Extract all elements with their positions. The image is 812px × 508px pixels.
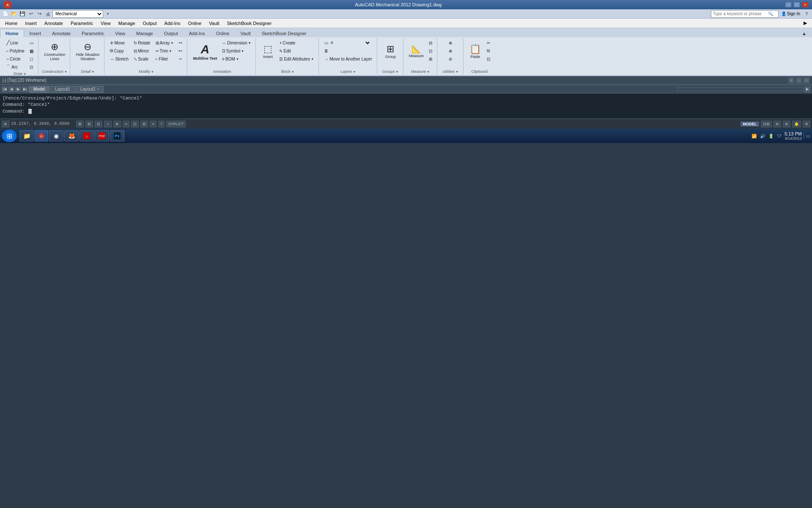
layer-dropdown[interactable]: 0 bbox=[329, 40, 371, 45]
measure-button[interactable]: 📐 Measure bbox=[407, 39, 426, 64]
line-button[interactable]: ╱ Line bbox=[4, 39, 27, 47]
tab-nav-next[interactable]: ▶ bbox=[15, 86, 21, 92]
qp-button[interactable]: ? bbox=[158, 121, 165, 127]
tab-add-ins[interactable]: Add-Ins bbox=[184, 29, 211, 37]
view-max-button[interactable]: □ bbox=[804, 77, 809, 83]
tab-online[interactable]: Online bbox=[211, 29, 235, 37]
ortho-button[interactable]: ⊟ bbox=[95, 121, 102, 127]
restore-button[interactable]: □ bbox=[793, 2, 800, 8]
hide-situation-button[interactable]: ⊖ Hide Situation Situation bbox=[74, 39, 102, 64]
detail-group-label[interactable]: Detail ▼ bbox=[81, 69, 94, 74]
tab-annotate[interactable]: Annotate bbox=[47, 29, 76, 37]
settings-button[interactable]: ⚙ bbox=[803, 121, 810, 127]
rectangle-button[interactable]: ▭ bbox=[27, 39, 36, 47]
tab-nav-last[interactable]: ▶| bbox=[22, 86, 28, 92]
tab-expand[interactable]: ▲ bbox=[796, 29, 812, 37]
tab-view[interactable]: View bbox=[110, 29, 131, 37]
new-button[interactable]: 📄 bbox=[2, 10, 9, 18]
tab-output[interactable]: Output bbox=[159, 29, 184, 37]
util1-button[interactable]: ⊕ bbox=[447, 39, 454, 47]
utilities-group-label[interactable]: Utilities ▼ bbox=[442, 69, 458, 74]
taskbar-photoshop[interactable]: Ps bbox=[110, 130, 124, 141]
print-button[interactable]: 🖨 bbox=[44, 10, 52, 18]
wipeout-button[interactable]: ⊡ bbox=[27, 63, 36, 71]
clipboard-extra-button[interactable]: ⊡ bbox=[485, 55, 492, 63]
menu-annotate[interactable]: Annotate bbox=[41, 19, 66, 28]
otrack-button[interactable]: ∞ bbox=[123, 121, 129, 127]
taskbar-music[interactable]: ♪ bbox=[80, 130, 94, 141]
array-button[interactable]: ⊞ Array ▼ bbox=[154, 39, 176, 47]
tab-insert[interactable]: Insert bbox=[24, 29, 47, 37]
tab-layout2[interactable]: Layout2 × bbox=[76, 86, 104, 93]
horizontal-scrollbar[interactable] bbox=[677, 87, 804, 91]
menu-insert[interactable]: Insert bbox=[22, 19, 40, 28]
polar-button[interactable]: ⊹ bbox=[104, 121, 112, 127]
paste-button[interactable]: 📋 Paste bbox=[467, 39, 484, 64]
tab-model[interactable]: Model bbox=[29, 86, 49, 93]
symbol-button[interactable]: Ω Symbol ▼ bbox=[220, 47, 253, 55]
open-button[interactable]: 📂 bbox=[10, 10, 18, 18]
menu-view[interactable]: View bbox=[97, 19, 114, 28]
tab-layout1[interactable]: Layout1 bbox=[50, 86, 75, 93]
tab-sketchbook[interactable]: SketchBook Designer bbox=[256, 29, 312, 37]
menu-add-ins[interactable]: Add-Ins bbox=[161, 19, 184, 28]
status-extra2[interactable]: ⊗ bbox=[783, 121, 790, 127]
layers-group-label[interactable]: Layers ▼ bbox=[340, 69, 356, 74]
menu-vault[interactable]: Vault bbox=[206, 19, 222, 28]
extend-button[interactable]: ⊸ bbox=[176, 55, 184, 63]
scale-button[interactable]: ⤡ Scale bbox=[132, 55, 152, 63]
taskbar-autocad[interactable]: A bbox=[35, 130, 48, 141]
util3-button[interactable]: ⊘ bbox=[447, 55, 454, 63]
edit-attributes-button[interactable]: ☰ Edit Attributes ▼ bbox=[277, 55, 316, 63]
coord-icon[interactable]: ⊕ bbox=[2, 121, 9, 127]
circle-button[interactable]: ○ Circle bbox=[4, 55, 27, 63]
close-button[interactable]: × bbox=[802, 2, 809, 8]
help-button[interactable]: 👤 Sign In bbox=[781, 11, 800, 16]
bom-button[interactable]: ≡ BOM ▼ bbox=[220, 55, 253, 63]
util2-button[interactable]: ⊗ bbox=[447, 47, 454, 55]
notifications-button[interactable]: 🔔 bbox=[792, 121, 801, 127]
tab-parametric[interactable]: Parametric bbox=[76, 29, 110, 37]
tab-vault[interactable]: Vault bbox=[235, 29, 256, 37]
tab-home[interactable]: Home bbox=[0, 29, 24, 37]
paper-model-toggle[interactable]: ⊟⊞ bbox=[761, 121, 772, 127]
systray-battery[interactable]: 🔋 bbox=[768, 133, 774, 139]
workspace-selector[interactable]: Mechanical bbox=[52, 10, 103, 18]
view-close-button[interactable]: × bbox=[788, 77, 794, 83]
hscroll-right[interactable]: ▶ bbox=[804, 86, 810, 92]
tab-nav-prev[interactable]: ◀ bbox=[8, 86, 14, 92]
fillet-button[interactable]: ⌐ Fillet bbox=[154, 55, 176, 63]
taskbar-chrome[interactable]: ◉ bbox=[49, 130, 63, 141]
clipboard-cut-button[interactable]: ✂ bbox=[485, 39, 492, 47]
taskbar-firefox[interactable]: 🦊 bbox=[64, 130, 79, 141]
stretch-button[interactable]: ↔ Stretch bbox=[108, 55, 131, 63]
snap-button[interactable]: ⊠ bbox=[76, 121, 84, 127]
sign-in-link[interactable]: Sign In bbox=[787, 11, 800, 16]
status-extra1[interactable]: ⊕ bbox=[774, 121, 781, 127]
create-button[interactable]: + Create bbox=[277, 39, 316, 47]
copy-button[interactable]: ⧉ Copy bbox=[108, 47, 131, 55]
hatch-button[interactable]: ▦ bbox=[27, 47, 36, 55]
arc-button[interactable]: ⌒ Arc bbox=[4, 63, 27, 71]
clipboard-copy-button[interactable]: ⧉ bbox=[485, 47, 492, 55]
measure-group-label[interactable]: Measure ▼ bbox=[411, 69, 430, 74]
minimize-button[interactable]: − bbox=[785, 2, 792, 8]
polyline-button[interactable]: ⌐ Polyline bbox=[4, 47, 27, 55]
dimension-button[interactable]: ↔ Dimension ▼ bbox=[220, 39, 253, 47]
modify-group-label[interactable]: Modify ▼ bbox=[139, 69, 154, 74]
osnap-button[interactable]: ⊕ bbox=[113, 121, 121, 127]
construction-lines-button[interactable]: ⊕ Construction Lines bbox=[42, 39, 68, 64]
systray-volume[interactable]: 🔊 bbox=[759, 133, 766, 139]
measure-extra1[interactable]: ⊟ bbox=[427, 39, 434, 47]
search-box[interactable]: 🔍 bbox=[711, 10, 779, 18]
groups-group-label[interactable]: Groups ▼ bbox=[382, 69, 398, 74]
undo-button[interactable]: ↩ bbox=[27, 10, 35, 18]
search-input[interactable] bbox=[713, 11, 768, 16]
menu-sketchbook[interactable]: SketchBook Designer bbox=[224, 19, 275, 28]
insert-button[interactable]: ⬚ Insert bbox=[259, 39, 276, 64]
start-button[interactable]: ⊞ bbox=[2, 130, 17, 142]
explode-button[interactable]: ⊶ bbox=[176, 39, 184, 47]
tab-manage[interactable]: Manage bbox=[131, 29, 159, 37]
menu-output[interactable]: Output bbox=[140, 19, 160, 28]
show-desktop-button[interactable]: ▭ bbox=[804, 133, 810, 139]
